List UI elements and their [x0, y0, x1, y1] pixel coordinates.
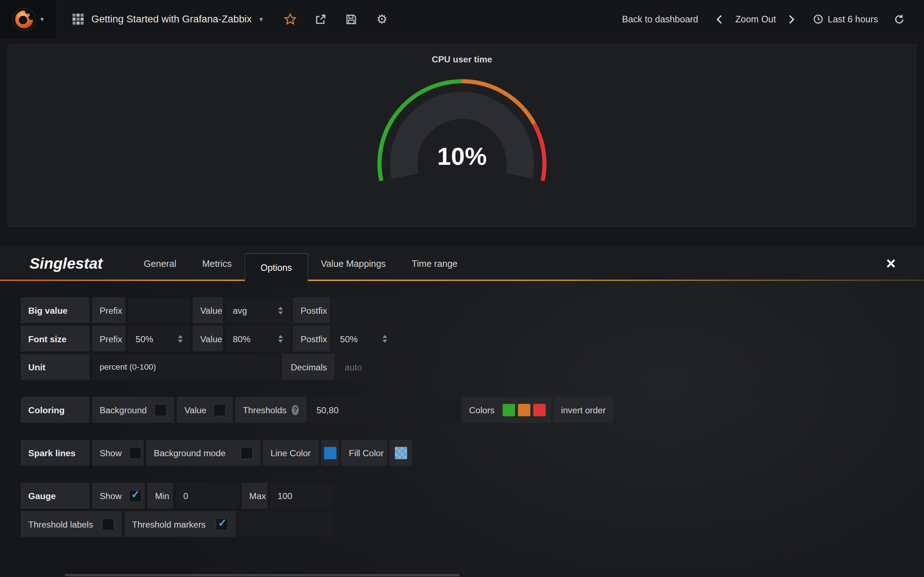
- color-swatch-red[interactable]: [533, 403, 546, 416]
- thresholds-help-icon[interactable]: ?: [292, 405, 299, 415]
- decimals-label: Decimals: [281, 354, 334, 380]
- star-button[interactable]: [283, 7, 297, 31]
- dashboard-title-button[interactable]: Getting Started with Grafana-Zabbix ▾: [57, 0, 272, 38]
- star-icon: [284, 13, 296, 25]
- save-icon: [346, 13, 357, 25]
- back-to-dashboard-button[interactable]: Back to dashboard: [622, 14, 698, 24]
- time-zoom-controls: Zoom Out: [712, 7, 799, 31]
- share-button[interactable]: [313, 7, 328, 31]
- prefix-fontsize-select[interactable]: 50%: [128, 326, 190, 351]
- gauge-show-toggle: Show ✓: [92, 483, 145, 509]
- threshold-labels-toggle: Threshold labels: [21, 511, 122, 537]
- value-label: Value: [193, 297, 223, 323]
- big-value-label: Big value: [21, 297, 89, 323]
- refresh-icon: [894, 14, 905, 24]
- unit-row: Unit percent (0-100) Decimals auto: [21, 354, 903, 380]
- font-size-row: Font size Prefix 50% Value 80% Postfix 5…: [21, 326, 903, 351]
- sparklines-show-toggle: Show: [92, 440, 144, 466]
- prefix-input[interactable]: [128, 297, 190, 323]
- gauge-thresholds-row: Threshold labels Threshold markers ✓: [21, 511, 903, 537]
- sparklines-show-checkbox[interactable]: [129, 446, 141, 459]
- tab-options[interactable]: Options: [245, 253, 308, 282]
- time-range-button[interactable]: Last 6 hours: [813, 14, 878, 24]
- gear-icon: ⚙: [376, 13, 388, 25]
- threshold-labels-checkbox[interactable]: [102, 518, 114, 530]
- postfix-fontsize-select[interactable]: 50%: [333, 326, 395, 351]
- colors-cell: Colors: [461, 397, 551, 423]
- sparklines-row: Spark lines Show Background mode Line Co…: [21, 440, 903, 466]
- settings-button[interactable]: ⚙: [375, 7, 389, 31]
- gauge-max-label: Max: [241, 483, 267, 509]
- dashboard-title: Getting Started with Grafana-Zabbix: [91, 13, 252, 25]
- close-editor-button[interactable]: ×: [886, 256, 896, 272]
- threshold-color-swatches: [503, 403, 546, 416]
- dashboard-actions: ⚙: [283, 0, 389, 38]
- editor-panel-type: Singlestat: [30, 255, 103, 273]
- postfix-label: Postfix: [293, 297, 330, 323]
- decimals-input[interactable]: auto: [337, 354, 399, 380]
- gauge-svg: 10%: [373, 73, 551, 190]
- fill-color-swatch[interactable]: [394, 446, 407, 459]
- time-back-button[interactable]: [712, 7, 726, 31]
- chevron-right-icon: [788, 14, 795, 24]
- time-forward-button[interactable]: [785, 7, 799, 31]
- line-color-cell: [321, 440, 339, 466]
- tab-general[interactable]: General: [131, 247, 189, 281]
- coloring-group: Coloring Background Value Thresholds ?: [21, 397, 903, 423]
- unit-label: Unit: [21, 354, 89, 380]
- color-swatch-orange[interactable]: [518, 403, 531, 416]
- save-button[interactable]: [344, 7, 359, 31]
- prefix-label: Prefix: [92, 297, 126, 323]
- gauge-row: Gauge Show ✓ Min 0 Max 100: [21, 483, 903, 509]
- grafana-app: ▾ Getting Started with Grafana-Zabbix ▾: [0, 0, 924, 577]
- horizontal-scrollbar-thumb[interactable]: [65, 574, 460, 577]
- unit-select[interactable]: percent (0-100): [92, 354, 279, 380]
- thresholds-input[interactable]: 50,80: [309, 397, 459, 423]
- navbar: ▾ Getting Started with Grafana-Zabbix ▾: [0, 0, 924, 38]
- coloring-background-checkbox[interactable]: [155, 403, 167, 416]
- gauge-max-input[interactable]: 100: [270, 483, 333, 509]
- gauge-empty-cell: [238, 511, 333, 537]
- value-fontsize-select[interactable]: 80%: [225, 326, 291, 351]
- grafana-menu-button[interactable]: ▾: [0, 0, 57, 38]
- tab-metrics[interactable]: Metrics: [189, 247, 244, 281]
- select-arrows-icon: [278, 335, 283, 342]
- tab-time-range[interactable]: Time range: [399, 247, 471, 281]
- value-label: Value: [193, 326, 223, 351]
- sparklines-bgmode-checkbox[interactable]: [241, 446, 253, 459]
- line-color-swatch[interactable]: [324, 446, 336, 459]
- postfix-input[interactable]: [333, 297, 395, 323]
- gauge-min-input[interactable]: 0: [176, 483, 239, 509]
- value-stat-select[interactable]: avg: [225, 297, 291, 323]
- value-options-group: Big value Prefix Value avg Postfix Font …: [21, 297, 903, 380]
- sparklines-label: Spark lines: [21, 440, 89, 466]
- refresh-button[interactable]: [892, 7, 906, 31]
- sparklines-bgmode-toggle: Background mode: [146, 440, 261, 466]
- navbar-right: Back to dashboard Zoom Out: [622, 0, 924, 38]
- tab-value-mappings[interactable]: Value Mappings: [308, 247, 399, 281]
- editor-tabs: General Metrics Options Value Mappings T…: [131, 247, 470, 281]
- fill-color-cell: [389, 440, 412, 466]
- coloring-row: Coloring Background Value Thresholds ?: [21, 397, 903, 423]
- gauge-value: 10%: [437, 142, 486, 170]
- threshold-markers-toggle: Threshold markers ✓: [124, 511, 236, 537]
- time-range-label: Last 6 hours: [828, 14, 878, 24]
- select-arrows-icon: [383, 335, 387, 342]
- panel-title[interactable]: CPU user time: [432, 54, 492, 64]
- coloring-value-toggle: Value: [177, 397, 233, 423]
- line-color-label: Line Color: [263, 440, 319, 466]
- chevron-left-icon: [716, 14, 723, 24]
- threshold-markers-checkbox[interactable]: ✓: [216, 518, 228, 530]
- zoom-out-button[interactable]: Zoom Out: [735, 14, 776, 24]
- color-swatch-green[interactable]: [503, 403, 515, 416]
- coloring-value-checkbox[interactable]: [213, 403, 226, 416]
- share-icon: [315, 13, 327, 25]
- dashboard-row: CPU user time 10%: [0, 38, 924, 233]
- panel-editor: Singlestat General Metrics Options Value…: [0, 247, 924, 577]
- postfix-label: Postfix: [293, 326, 330, 351]
- gauge-show-checkbox[interactable]: ✓: [129, 490, 141, 502]
- prefix-label: Prefix: [92, 326, 126, 351]
- select-arrows-icon: [178, 335, 183, 342]
- grafana-logo-icon: [13, 7, 36, 31]
- invert-order-button[interactable]: invert order: [553, 397, 613, 423]
